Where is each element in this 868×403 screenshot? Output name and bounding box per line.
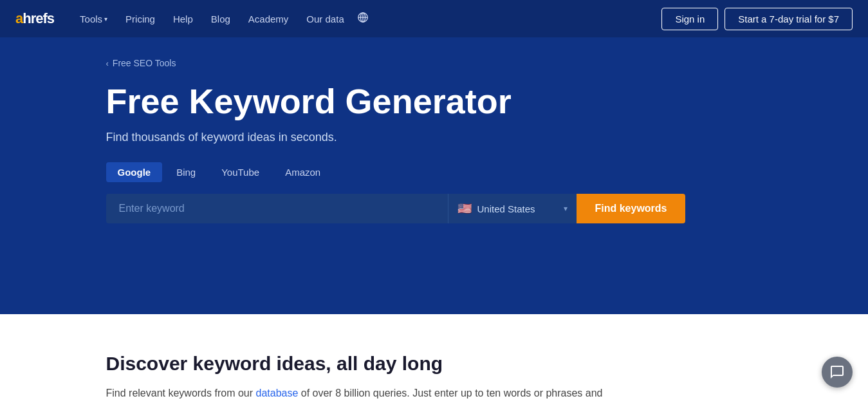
logo-rest: hrefs (23, 10, 54, 26)
country-name: United States (477, 203, 559, 214)
content-title: Discover keyword ideas, all day long (106, 353, 762, 375)
tab-youtube[interactable]: YouTube (210, 162, 271, 182)
hero-subtitle: Find thousands of keyword ideas in secon… (106, 131, 762, 144)
hero-section: ‹ Free SEO Tools Free Keyword Generator … (0, 37, 868, 314)
country-chevron-icon: ▾ (564, 204, 568, 213)
country-select[interactable]: 🇺🇸 United States ▾ (448, 194, 577, 223)
main-nav: ahrefs Tools ▾ Pricing Help Blog Academy… (0, 0, 868, 37)
search-input[interactable] (106, 194, 448, 223)
language-globe-icon[interactable] (357, 12, 369, 26)
breadcrumb: ‹ Free SEO Tools (106, 58, 762, 68)
content-section: Discover keyword ideas, all day long Fin… (0, 314, 868, 403)
signin-button[interactable]: Sign in (661, 8, 718, 30)
page-title: Free Keyword Generator (106, 82, 762, 120)
breadcrumb-chevron-icon: ‹ (106, 59, 109, 68)
nav-links: Tools ▾ Pricing Help Blog Academy Our da… (72, 8, 661, 30)
breadcrumb-link[interactable]: Free SEO Tools (113, 58, 176, 68)
tab-amazon[interactable]: Amazon (273, 162, 332, 182)
logo[interactable]: ahrefs (15, 10, 54, 27)
tab-google[interactable]: Google (106, 162, 163, 182)
nav-pricing[interactable]: Pricing (118, 8, 163, 30)
nav-our-data[interactable]: Our data (299, 8, 351, 30)
nav-actions: Sign in Start a 7-day trial for $7 (661, 8, 853, 30)
chat-support-button[interactable] (822, 357, 853, 388)
us-flag-icon: 🇺🇸 (457, 203, 472, 214)
trial-button[interactable]: Start a 7-day trial for $7 (725, 8, 853, 30)
nav-academy[interactable]: Academy (241, 8, 297, 30)
tools-chevron-icon: ▾ (104, 15, 107, 23)
search-bar: 🇺🇸 United States ▾ Find keywords (106, 194, 685, 223)
engine-tabs: Google Bing YouTube Amazon (106, 162, 762, 182)
nav-tools[interactable]: Tools ▾ (72, 8, 115, 30)
nav-help[interactable]: Help (165, 8, 201, 30)
find-keywords-button[interactable]: Find keywords (577, 194, 685, 223)
tab-bing[interactable]: Bing (165, 162, 207, 182)
content-description: Find relevant keywords from our database… (106, 385, 608, 403)
database-link[interactable]: database (255, 388, 298, 398)
nav-blog[interactable]: Blog (203, 8, 238, 30)
logo-a: a (15, 10, 23, 26)
